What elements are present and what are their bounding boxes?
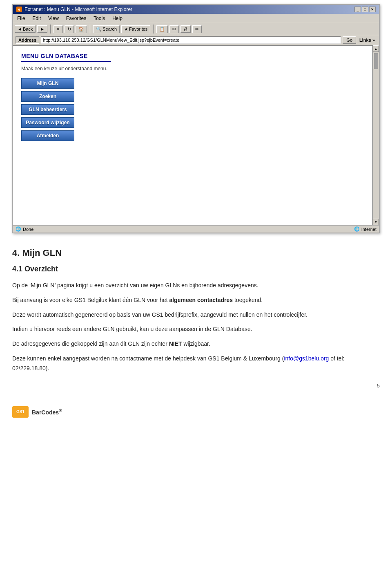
subsection-number: 4.1 bbox=[12, 265, 22, 273]
menu-edit[interactable]: Edit bbox=[31, 15, 42, 22]
browser-icon: e bbox=[16, 7, 22, 12]
back-label: Back bbox=[23, 27, 33, 31]
scroll-up-button[interactable]: ▲ bbox=[373, 45, 379, 52]
browser-window: e Extranet : Menu GLN - Microsoft Intern… bbox=[12, 4, 380, 233]
mail-icon: ✉ bbox=[172, 27, 176, 32]
window-title: Extranet : Menu GLN - Microsoft Internet… bbox=[24, 7, 132, 12]
maximize-button[interactable]: □ bbox=[362, 7, 368, 12]
favorites-label: Favorites bbox=[129, 27, 147, 31]
internet-label: Internet bbox=[361, 227, 376, 232]
document-content: 4. Mijn GLN 4.1 Overzicht Op de ‘Mijn GL… bbox=[0, 237, 392, 430]
search-label: Search bbox=[102, 27, 117, 31]
scrollbar[interactable]: ▲ ▼ bbox=[372, 45, 379, 225]
menu-help[interactable]: Help bbox=[111, 15, 124, 22]
scroll-track bbox=[373, 52, 379, 219]
browser-content-wrapper: MENU GLN DATABASE Maak een keuze uit ond… bbox=[13, 45, 379, 225]
afmelden-button[interactable]: Afmelden bbox=[21, 130, 74, 141]
footer-logo: GS1 BarCodes® bbox=[12, 402, 380, 418]
search-button[interactable]: 🔍 Search bbox=[93, 25, 120, 33]
trademark-symbol: ® bbox=[59, 408, 62, 413]
stop-icon: ✕ bbox=[56, 27, 60, 32]
go-button[interactable]: Go bbox=[343, 36, 356, 44]
favorites-icon: ★ bbox=[124, 27, 128, 32]
status-right: 🌐 Internet bbox=[354, 226, 376, 232]
paragraph-1: Op de ‘Mijn GLN’ pagina krijgt u een ove… bbox=[12, 281, 380, 291]
status-text: Done bbox=[23, 227, 33, 232]
links-label[interactable]: Links » bbox=[358, 37, 376, 43]
internet-icon: 🌐 bbox=[354, 226, 360, 232]
menu-button-list: Mijn GLN Zoeken GLN beheerders Paswoord … bbox=[21, 78, 74, 141]
toolbar-separator-2 bbox=[90, 25, 90, 34]
paragraph-5: De adresgegevens die gekoppeld zijn aan … bbox=[12, 339, 380, 349]
minimize-button[interactable]: _ bbox=[354, 7, 361, 12]
page-subtitle: Maak een keuze uit onderstaand menu. bbox=[21, 66, 371, 72]
zoeken-button[interactable]: Zoeken bbox=[21, 91, 74, 102]
menu-view[interactable]: View bbox=[47, 15, 60, 22]
refresh-button[interactable]: ↻ bbox=[65, 25, 74, 33]
edit-icon: ✏ bbox=[195, 27, 199, 32]
title-bar: e Extranet : Menu GLN - Microsoft Intern… bbox=[13, 5, 379, 14]
page-title: MENU GLN DATABASE bbox=[21, 53, 371, 59]
scroll-down-button[interactable]: ▼ bbox=[373, 219, 379, 225]
home-button[interactable]: 🏠 bbox=[76, 25, 87, 33]
paragraph-4: Indien u hiervoor reeds een andere GLN g… bbox=[12, 324, 380, 334]
menu-bar: File Edit View Favorites Tools Help bbox=[13, 14, 379, 23]
section-title-text: Mijn GLN bbox=[22, 248, 62, 258]
status-bar: 🌐 Done 🌐 Internet bbox=[13, 225, 379, 233]
history-button[interactable]: 📋 bbox=[156, 25, 168, 33]
close-button[interactable]: ✕ bbox=[369, 7, 376, 12]
stop-button[interactable]: ✕ bbox=[53, 25, 63, 33]
gs1-logo: GS1 bbox=[12, 406, 29, 418]
toolbar-separator-1 bbox=[50, 25, 51, 34]
menu-tools[interactable]: Tools bbox=[92, 15, 107, 22]
title-underline bbox=[21, 61, 111, 62]
toolbar: ◄ Back ► ✕ ↻ 🏠 🔍 Search ★ Favorites 📋 bbox=[13, 23, 379, 35]
address-bar: Address Go Links » bbox=[13, 35, 379, 45]
search-icon: 🔍 bbox=[96, 27, 102, 32]
gln-beheerders-button[interactable]: GLN beheerders bbox=[21, 104, 74, 115]
menu-favorites[interactable]: Favorites bbox=[65, 15, 88, 22]
address-input[interactable] bbox=[41, 36, 341, 44]
mijn-gln-button[interactable]: Mijn GLN bbox=[21, 78, 74, 89]
email-link[interactable]: info@gs1belu.org bbox=[284, 355, 329, 362]
browser-content: MENU GLN DATABASE Maak een keuze uit ond… bbox=[13, 45, 379, 225]
subsection-title-text: Overzicht bbox=[24, 265, 58, 273]
status-left: 🌐 Done bbox=[16, 226, 33, 232]
home-icon: 🏠 bbox=[78, 27, 84, 32]
barcodes-label: BarCodes® bbox=[32, 407, 62, 417]
favorites-button[interactable]: ★ Favorites bbox=[121, 25, 150, 33]
paragraph-6: Deze kunnen enkel aangepast worden na co… bbox=[12, 354, 380, 374]
bold-contactadres: algemeen contactadres bbox=[169, 297, 233, 303]
paswoord-wijzigen-button[interactable]: Paswoord wijzigen bbox=[21, 117, 74, 128]
history-icon: 📋 bbox=[159, 27, 165, 32]
status-icon: 🌐 bbox=[16, 226, 21, 232]
print-icon: 🖨 bbox=[183, 27, 188, 31]
page-number: 5 bbox=[12, 382, 380, 390]
section-number: 4. bbox=[12, 248, 20, 258]
scroll-thumb[interactable] bbox=[374, 53, 378, 69]
toolbar-separator-3 bbox=[153, 25, 154, 34]
forward-button[interactable]: ► bbox=[37, 25, 47, 33]
back-icon: ◄ bbox=[18, 27, 22, 31]
refresh-icon: ↻ bbox=[67, 27, 71, 32]
address-label: Address bbox=[16, 36, 39, 44]
section-title: 4. Mijn GLN bbox=[12, 246, 380, 260]
paragraph-2: Bij aanvang is voor elke GS1 Belgilux kl… bbox=[12, 295, 380, 305]
menu-file[interactable]: File bbox=[16, 15, 27, 22]
subsection-title: 4.1 Overzicht bbox=[12, 263, 380, 275]
paragraph-3: Deze wordt automatisch gegenereerd op ba… bbox=[12, 310, 380, 320]
bold-niet: NIET bbox=[169, 340, 182, 347]
print-button[interactable]: 🖨 bbox=[180, 25, 191, 33]
mail-button[interactable]: ✉ bbox=[169, 25, 179, 33]
window-controls: _ □ ✕ bbox=[354, 7, 376, 12]
edit-button[interactable]: ✏ bbox=[192, 25, 202, 33]
back-button[interactable]: ◄ Back bbox=[15, 25, 36, 33]
forward-icon: ► bbox=[40, 27, 45, 31]
